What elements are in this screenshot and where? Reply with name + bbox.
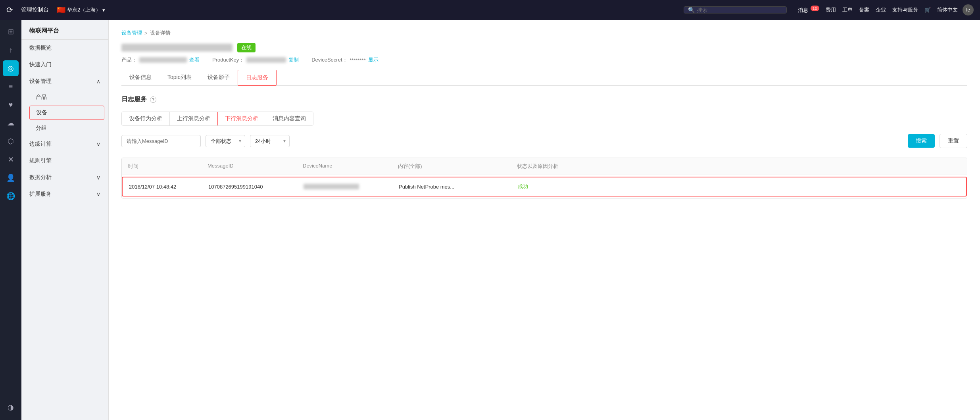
product-label: 产品： [121,56,137,64]
left-nav-item-data-analysis[interactable]: 数据分析 ∨ [21,169,108,186]
message-badge: 10 [811,6,819,11]
sub-tabs: 设备行为分析 上行消息分析 下行消息分析 消息内容查询 [121,112,313,126]
chevron-down-icon: ∨ [96,141,100,147]
sidebar-icon-hex[interactable]: ⬡ [3,133,19,149]
device-name-blurred [121,44,233,52]
devicesecret-meta: DeviceSecret： ******** 显示 [311,56,379,64]
cell-status: 成功 [518,183,960,190]
status-badge: 在线 [237,43,256,52]
productkey-value-blurred [246,57,286,63]
chevron-up-icon: ∧ [96,78,100,85]
left-nav-item-products[interactable]: 产品 [21,90,108,105]
product-meta: 产品： 查看 [121,56,200,64]
left-nav-item-groups[interactable]: 分组 [21,121,108,136]
chevron-down-icon-3: ∨ [96,191,100,197]
productkey-copy-link[interactable]: 复制 [288,56,299,64]
layout: ⊞ ↑ ◎ ≡ ♥ ☁ ⬡ ✕ 👤 🌐 ◑ 物联网平台 数据概览 快速入门 设备… [0,0,980,420]
sub-tab-downlink[interactable]: 下行消息分析 [217,112,266,126]
sidebar-icon-settings[interactable]: ◑ [3,399,19,415]
col-devicename: DeviceName [303,163,398,170]
chevron-down-icon-2: ∨ [96,174,100,181]
left-nav-title: 物联网平台 [21,20,108,40]
col-content: 内容(全部) [398,163,517,170]
search-input[interactable] [697,7,782,13]
left-nav-item-overview[interactable]: 数据概览 [21,40,108,56]
left-nav-item-edge[interactable]: 边缘计算 ∨ [21,136,108,152]
col-messageid: MessageID [208,163,303,170]
nav-messages[interactable]: 消息 10 [798,6,819,14]
nav-tickets[interactable]: 工单 [842,6,853,13]
left-nav-item-devices[interactable]: 设备 [29,106,104,120]
time-select-wrapper: 24小时 1小时 3小时 7天 [250,135,290,147]
message-id-input[interactable] [121,135,201,147]
sidebar-icon-home[interactable]: ⊞ [3,24,19,40]
devicesecret-show-link[interactable]: 显示 [368,56,379,64]
tab-log-service[interactable]: 日志服务 [238,70,277,86]
nav-cart-icon[interactable]: 🛒 [924,7,931,13]
devicesecret-label: DeviceSecret： [311,56,347,64]
cell-messageid: 1070872695199191040 [208,184,304,190]
status-select-wrapper: 全部状态 [206,135,245,147]
device-name-row: 在线 [121,43,967,52]
sidebar-icon-user[interactable]: 👤 [3,170,19,186]
device-header: 在线 产品： 查看 ProductKey： 复制 DeviceSecret： *… [121,43,967,64]
nav-language[interactable]: 简体中文 [937,6,958,13]
left-nav: 物联网平台 数据概览 快速入门 设备管理 ∧ 产品 设备 分组 边缘计算 ∨ 规… [21,20,109,420]
log-service-section: 日志服务 ? 设备行为分析 上行消息分析 下行消息分析 消息内容查询 全部状态 [121,95,967,198]
tab-device-info[interactable]: 设备信息 [121,70,159,86]
product-view-link[interactable]: 查看 [189,56,200,64]
nav-support[interactable]: 支持与服务 [892,6,918,13]
region-label: 华东2（上海） [67,6,101,13]
reset-button[interactable]: 重置 [940,134,967,148]
sidebar-icon-cross[interactable]: ✕ [3,152,19,168]
left-nav-item-device-mgmt[interactable]: 设备管理 ∧ [21,73,108,90]
nav-enterprise[interactable]: 企业 [876,6,886,13]
cell-time: 2018/12/07 10:48:42 [129,184,208,190]
nav-billing[interactable]: 费用 [826,6,836,13]
sub-tab-uplink[interactable]: 上行消息分析 [170,112,218,125]
time-select[interactable]: 24小时 1小时 3小时 7天 [250,135,290,147]
sidebar-icon-globe[interactable]: 🌐 [3,188,19,204]
sidebar-icon-deploy[interactable]: ↑ [3,42,19,58]
sub-tab-device-behavior[interactable]: 设备行为分析 [122,112,170,125]
breadcrumb-parent[interactable]: 设备管理 [121,29,142,37]
search-button[interactable]: 搜索 [908,134,935,148]
status-select[interactable]: 全部状态 [206,135,245,147]
tab-topic-list[interactable]: Topic列表 [159,70,200,86]
top-nav: ⟳ 管理控制台 🇨🇳 华东2（上海） ▾ 🔍 消息 10 费用 工单 备案 企业… [0,0,980,20]
nav-menu: 消息 10 费用 工单 备案 企业 支持与服务 🛒 简体中文 [798,6,958,14]
help-icon[interactable]: ? [150,96,156,103]
left-nav-item-rules[interactable]: 规则引擎 [21,152,108,169]
cell-devicename-blurred [304,184,359,189]
sidebar-icon-list[interactable]: ≡ [3,79,19,94]
region-selector[interactable]: 🇨🇳 华东2（上海） ▾ [57,6,105,14]
logo-icon: ⟳ [6,5,13,15]
chevron-down-icon: ▾ [102,7,105,13]
left-nav-item-quickstart[interactable]: 快速入门 [21,56,108,73]
avatar[interactable]: Ie [963,4,974,15]
data-table: 时间 MessageID DeviceName 内容(全部) 状态以及原因分析 … [121,158,967,198]
nav-filings[interactable]: 备案 [859,6,869,13]
search-icon: 🔍 [688,7,695,13]
sidebar-icon-iot[interactable]: ◎ [3,60,19,76]
left-nav-item-extend[interactable]: 扩展服务 ∨ [21,186,108,202]
sidebar-icon-cloud[interactable]: ☁ [3,115,19,131]
sidebar-icon-monitor[interactable]: ♥ [3,97,19,113]
main-content: 设备管理 > 设备详情 在线 产品： 查看 ProductKey： 复制 [109,20,980,420]
cell-content: Publish NetProbe mes... [399,184,518,190]
tab-device-shadow[interactable]: 设备影子 [200,70,238,86]
search-bar: 🔍 [684,6,787,13]
sub-tab-content-query[interactable]: 消息内容查询 [265,112,313,125]
breadcrumb-current: 设备详情 [150,29,171,37]
app-title: 管理控制台 [21,6,49,13]
col-status: 状态以及原因分析 [517,163,961,170]
productkey-label: ProductKey： [212,56,244,64]
productkey-meta: ProductKey： 复制 [212,56,299,64]
filters: 全部状态 24小时 1小时 3小时 7天 搜索 重置 [121,134,967,148]
icon-sidebar: ⊞ ↑ ◎ ≡ ♥ ☁ ⬡ ✕ 👤 🌐 ◑ [0,20,21,420]
col-time: 时间 [128,163,208,170]
product-name-blurred [139,57,187,63]
devicesecret-value: ******** [350,57,366,63]
table-row: 2018/12/07 10:48:42 1070872695199191040 … [122,177,967,197]
table-header: 时间 MessageID DeviceName 内容(全部) 状态以及原因分析 [122,158,967,175]
